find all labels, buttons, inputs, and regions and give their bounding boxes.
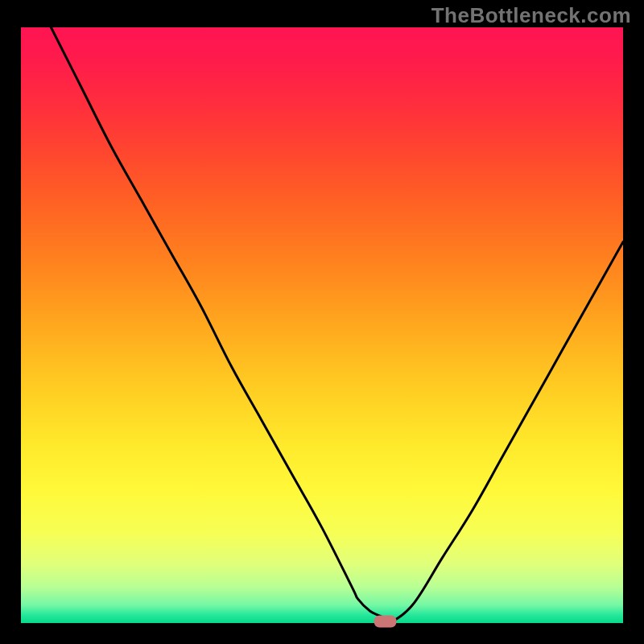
frame-left (0, 0, 21, 644)
frame-bottom (0, 623, 644, 644)
bottleneck-chart (0, 0, 644, 644)
chart-root: { "watermark": "TheBottleneck.com", "cha… (0, 0, 644, 644)
plot-background (21, 27, 623, 623)
watermark-text: TheBottleneck.com (431, 3, 631, 28)
minimum-marker (374, 616, 397, 628)
frame-right (623, 0, 644, 644)
